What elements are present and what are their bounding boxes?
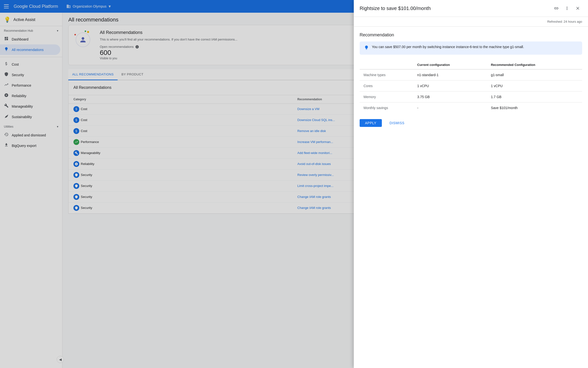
- config-col-label: [360, 61, 413, 69]
- sidebar-item-cost[interactable]: Cost: [0, 59, 60, 70]
- recommendation-link[interactable]: Downsize Cloud SQL ins...: [297, 118, 335, 122]
- category-icon: [73, 205, 79, 211]
- sidebar-item-label: Applied and dismissed: [12, 133, 46, 137]
- table-cell-category: Security: [69, 180, 293, 191]
- table-cell-category: Cost: [69, 103, 293, 114]
- sidebar-item-label: Cost: [12, 62, 19, 66]
- reliability-icon: [4, 93, 9, 99]
- info-banner: You can save $507.00 per month by switch…: [360, 41, 582, 55]
- org-name: Organization Olympus: [73, 4, 107, 8]
- config-current: 1 vCPU: [413, 81, 487, 92]
- overlay-link-button[interactable]: [552, 4, 561, 13]
- apply-button[interactable]: APPLY: [360, 119, 382, 127]
- category-icon: [73, 172, 79, 178]
- config-row: Cores 1 vCPU 1 vCPU: [360, 81, 582, 92]
- config-current: 3.75 GB: [413, 92, 487, 102]
- config-recommended: Save $101/month: [487, 102, 582, 113]
- rec-section-title: All Recommendations: [73, 85, 112, 90]
- summary-illustration: [74, 30, 94, 50]
- category-icon: [73, 150, 79, 156]
- info-icon: [364, 45, 369, 51]
- dollar-icon: [4, 61, 9, 67]
- config-current: n1-standard-1: [413, 69, 487, 81]
- sidebar-item-reliability[interactable]: Reliability: [0, 91, 60, 101]
- recommendation-link[interactable]: Downsize a VM: [297, 107, 319, 111]
- recommendation-link[interactable]: Avoid out-of-disk issues: [297, 162, 331, 166]
- business-icon: [66, 4, 71, 9]
- category-icon: [73, 106, 79, 112]
- section-utilities[interactable]: Utilities ▾: [0, 122, 62, 130]
- more-vert-icon: [565, 6, 569, 11]
- sidebar-item-applied-dismissed[interactable]: Applied and dismissed: [0, 130, 60, 140]
- detail-panel: Rightsize to save $101.00/month Refreshe…: [354, 0, 588, 368]
- performance-icon: [4, 82, 9, 88]
- recommendation-link[interactable]: Add fleet-wide monitori...: [297, 151, 332, 155]
- export-icon: [4, 143, 9, 148]
- sidebar-item-performance[interactable]: Performance: [0, 80, 60, 91]
- table-cell-category: Manageability: [69, 147, 293, 158]
- sidebar-item-label: All recommendations: [12, 48, 44, 52]
- config-label: Cores: [360, 81, 413, 92]
- overlay-body: Recommendation You can save $507.00 per …: [354, 27, 588, 368]
- leaf-icon: [4, 114, 9, 120]
- info-text: You can save $507.00 per month by switch…: [372, 45, 524, 49]
- lightbulb-icon: [4, 47, 9, 52]
- category-icon: [73, 183, 79, 189]
- table-cell-category: Cost: [69, 114, 293, 125]
- config-recommended: 1.7 GB: [487, 92, 582, 102]
- category-icon: [73, 161, 79, 167]
- recommendation-link[interactable]: Limit cross-project impe...: [297, 184, 334, 188]
- link-icon: [554, 6, 559, 11]
- col-category: Category: [69, 95, 293, 104]
- sidebar-item-sustainability[interactable]: Sustainability: [0, 112, 60, 122]
- sidebar-item-dashboard[interactable]: Dashboard: [0, 34, 60, 44]
- sidebar-item-label: Security: [12, 73, 24, 77]
- expand-icon: ▾: [57, 29, 58, 32]
- table-cell-category: Cost: [69, 125, 293, 136]
- config-row: Memory 3.75 GB 1.7 GB: [360, 92, 582, 102]
- overlay-section-title: Recommendation: [360, 32, 582, 38]
- recommendation-link[interactable]: Remove an idle disk: [297, 129, 326, 133]
- overlay-more-button[interactable]: [563, 4, 571, 13]
- sidebar-item-label: BigQuery export: [12, 144, 36, 148]
- config-label: Machine types: [360, 69, 413, 81]
- menu-button[interactable]: [4, 3, 10, 9]
- table-cell-category: Security: [69, 169, 293, 180]
- category-icon: [73, 128, 79, 134]
- category-icon: [73, 117, 79, 123]
- expand-icon: ▾: [57, 125, 58, 128]
- recommendation-link[interactable]: Review overly permissiv...: [297, 173, 334, 177]
- org-selector[interactable]: Organization Olympus ▾: [64, 2, 113, 10]
- dismiss-button[interactable]: DISMISS: [386, 119, 408, 127]
- overlay-refresh: Refreshed: 24 hours ago: [354, 17, 588, 27]
- wrench-icon: [4, 103, 9, 109]
- tab-by-product[interactable]: BY PRODUCT: [118, 69, 147, 80]
- tab-all-recommendations[interactable]: ALL RECOMMENDATIONS: [68, 69, 118, 80]
- sidebar-item-label: Reliability: [12, 94, 26, 98]
- recommendation-link[interactable]: Change IAM role grants: [297, 195, 331, 199]
- config-col-recommended: Recommended Configuration: [487, 61, 582, 69]
- overlay-title: Rightsize to save $101.00/month: [360, 6, 431, 11]
- overlay-actions: [552, 4, 582, 13]
- sidebar-collapse-button[interactable]: ◀: [57, 356, 62, 363]
- config-col-current: Current configuration: [413, 61, 487, 69]
- org-chevron-icon: ▾: [109, 4, 111, 9]
- recommendation-link[interactable]: Change IAM role grants: [297, 206, 331, 210]
- table-cell-category: Security: [69, 202, 293, 213]
- sidebar-item-bigquery-export[interactable]: BigQuery export: [0, 140, 60, 151]
- sidebar: 💡 Active Assist Recommendation Hub ▾ Das…: [0, 13, 62, 368]
- sidebar-item-security[interactable]: Security: [0, 70, 60, 80]
- overlay-close-button[interactable]: [573, 4, 582, 13]
- overlay-topbar: Rightsize to save $101.00/month: [354, 0, 588, 17]
- sidebar-item-all-recommendations[interactable]: All recommendations: [0, 44, 60, 55]
- recommendation-link[interactable]: Increase VM performan...: [297, 140, 333, 144]
- config-recommended: g1-small: [487, 69, 582, 81]
- section-recommendation-hub[interactable]: Recommendation Hub ▾: [0, 26, 62, 34]
- sidebar-header-title: Active Assist: [13, 18, 35, 22]
- category-icon: [73, 194, 79, 200]
- sidebar-item-manageability[interactable]: Manageability: [0, 101, 60, 112]
- config-current: -: [413, 102, 487, 113]
- config-row: Machine types n1-standard-1 g1-small: [360, 69, 582, 81]
- config-label: Monthly savings: [360, 102, 413, 113]
- config-label: Memory: [360, 92, 413, 102]
